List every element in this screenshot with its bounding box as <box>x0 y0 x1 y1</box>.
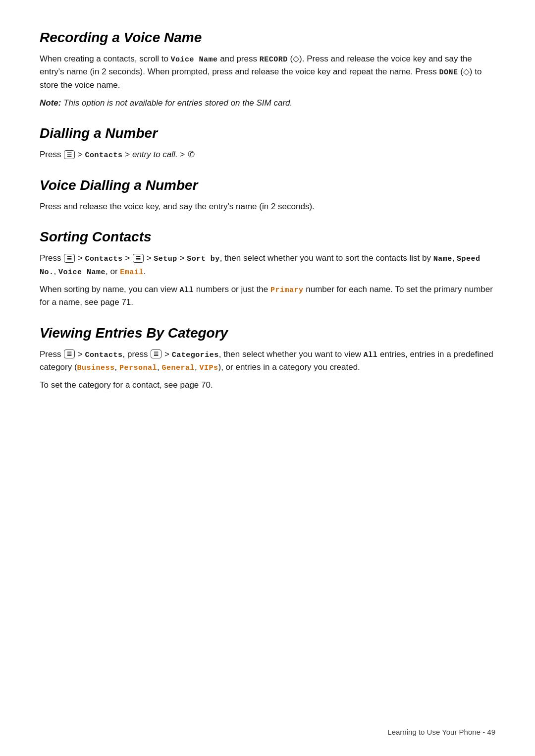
para-viewing-2: To set the category for a contact, see p… <box>40 379 495 392</box>
done-icon: ◇ <box>463 67 470 76</box>
keyword-voicename2: Voice Name <box>58 268 106 277</box>
keyword-personal: Personal <box>119 364 157 372</box>
keyword-all-2: All <box>364 351 378 359</box>
para-recording-1: When creating a contacts, scroll to Voic… <box>40 53 495 92</box>
menu-icon-5: ☰ <box>151 349 161 358</box>
section-voice-dialling: Voice Dialling a Number Press and releas… <box>40 177 495 213</box>
keyword-contacts-1: Contacts <box>85 151 123 160</box>
keyword-name: Name <box>433 255 452 263</box>
para-sorting-1: Press ☰ > Contacts > ☰ > Setup > Sort by… <box>40 252 495 278</box>
menu-icon-4: ☰ <box>64 349 75 358</box>
menu-icon-2: ☰ <box>64 254 75 263</box>
para-voice-dialling-1: Press and release the voice key, and say… <box>40 200 495 213</box>
keyword-voicename: Voice Name <box>171 56 218 64</box>
section-dialling-number: Dialling a Number Press ☰ > Contacts > e… <box>40 125 495 162</box>
keyword-primary: Primary <box>270 286 304 294</box>
note-label: Note: <box>40 98 61 108</box>
section-body-dialling: Press ☰ > Contacts > entry to call. > ✆ <box>40 148 495 162</box>
keyword-email: Email <box>120 268 144 277</box>
keyword-all: All <box>180 286 194 294</box>
keyword-sortby: Sort by <box>187 255 220 263</box>
section-body-voice-dialling: Press and release the voice key, and say… <box>40 200 495 213</box>
para-sorting-2: When sorting by name, you can view All n… <box>40 283 495 309</box>
keyword-business: Business <box>77 364 115 372</box>
para-recording-note: Note: This option is not available for e… <box>40 97 495 110</box>
menu-icon-1: ☰ <box>64 150 75 159</box>
section-title-voice-dialling: Voice Dialling a Number <box>40 177 495 193</box>
keyword-done: DONE <box>439 68 458 77</box>
section-title-recording: Recording a Voice Name <box>40 30 495 46</box>
keyword-general: General <box>162 364 195 372</box>
section-viewing-entries: Viewing Entries By Category Press ☰ > Co… <box>40 325 495 392</box>
section-body-viewing: Press ☰ > Contacts, press ☰ > Categories… <box>40 348 495 392</box>
page: Recording a Voice Name When creating a c… <box>0 0 535 756</box>
section-title-dialling: Dialling a Number <box>40 125 495 141</box>
section-body-sorting: Press ☰ > Contacts > ☰ > Setup > Sort by… <box>40 252 495 309</box>
call-icon: ✆ <box>188 148 195 161</box>
keyword-setup: Setup <box>154 255 177 263</box>
keyword-vips: VIPs <box>200 364 218 372</box>
para-dialling-1: Press ☰ > Contacts > entry to call. > ✆ <box>40 148 495 162</box>
section-title-viewing: Viewing Entries By Category <box>40 325 495 341</box>
para-viewing-1: Press ☰ > Contacts, press ☰ > Categories… <box>40 348 495 374</box>
note-body: This option is not available for entries… <box>63 98 292 108</box>
page-footer: Learning to Use Your Phone - 49 <box>387 728 495 736</box>
keyword-categories: Categories <box>172 351 219 359</box>
record-icon: ◇ <box>293 54 299 63</box>
section-recording-voice-name: Recording a Voice Name When creating a c… <box>40 30 495 110</box>
keyword-contacts-3: Contacts <box>85 351 123 359</box>
section-title-sorting: Sorting Contacts <box>40 229 495 245</box>
section-body-recording: When creating a contacts, scroll to Voic… <box>40 53 495 110</box>
footer-text: Learning to Use Your Phone - 49 <box>387 728 495 736</box>
menu-icon-3: ☰ <box>133 254 144 263</box>
keyword-record: RECORD <box>260 56 288 64</box>
entry-to-call: entry to call. <box>132 150 178 159</box>
section-sorting-contacts: Sorting Contacts Press ☰ > Contacts > ☰ … <box>40 229 495 309</box>
keyword-contacts-2: Contacts <box>85 255 123 263</box>
